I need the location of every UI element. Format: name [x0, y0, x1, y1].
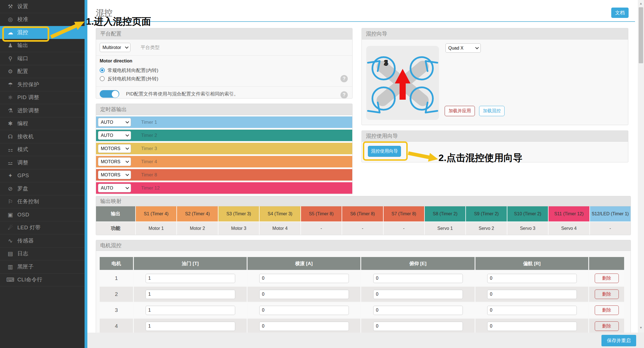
sidebar-item-blackbox[interactable]: ▥黑匣子: [0, 260, 85, 274]
motor-table-header: 电机: [100, 257, 133, 270]
timer-6-mode-select[interactable]: AUTO: [98, 184, 131, 192]
scroll-up-icon[interactable]: ▲: [638, 1, 644, 6]
sidebar-item-label: 配置: [17, 68, 28, 75]
load-mixer-button[interactable]: 加载混控: [479, 106, 505, 116]
sidebar-item-label: 校准: [17, 16, 28, 23]
timer-2-mode-select[interactable]: AUTO: [98, 131, 131, 140]
sidebar-item-receiver[interactable]: ☊接收机: [0, 130, 85, 143]
sidebar-item-mixer[interactable]: ☁混控: [0, 26, 85, 39]
motor-4-roll-input[interactable]: [259, 322, 349, 331]
delete-motor-1-button[interactable]: 删除: [595, 274, 619, 283]
motor-2-pitch-input[interactable]: [373, 290, 463, 299]
timer-row-timer-1: AUTOTimer 1: [96, 116, 352, 128]
sidebar-item-failsafe[interactable]: ☂失控保护: [0, 78, 85, 91]
sidebar-item-adjustments[interactable]: ⚍调整: [0, 156, 85, 169]
timer-1-mode-select[interactable]: AUTO: [98, 118, 131, 127]
timer-label: Timer 1: [141, 120, 157, 125]
mixer-wizard-panel: 混控向导 234: [361, 28, 628, 125]
motor-1-pitch-cell: [361, 271, 475, 286]
sidebar-item-label: 模式: [17, 146, 28, 153]
motor-table-header: 俯仰 [E]: [361, 257, 475, 270]
advanced-tuning-icon: ⚗: [6, 107, 15, 114]
calibration-icon: ◎: [6, 16, 15, 23]
timer-3-mode-select[interactable]: MOTORS: [98, 144, 131, 153]
motor-1-roll-input[interactable]: [259, 274, 349, 283]
motor-index-value: 2: [115, 291, 118, 297]
mixer-usage-wizard-button[interactable]: 混控使用向导: [368, 146, 401, 157]
sidebar-item-osd[interactable]: ▣OSD: [0, 208, 85, 221]
sidebar-item-settings[interactable]: ⚒设置: [0, 0, 85, 13]
delete-motor-3-button[interactable]: 删除: [595, 305, 619, 315]
sidebar-item-cli[interactable]: ⌨CLI命令行: [0, 274, 85, 287]
delete-motor-4-button[interactable]: 删除: [595, 321, 619, 331]
sidebar-item-pid-tuning[interactable]: ⚛PID 调整: [0, 91, 85, 104]
timer-4-mode-select[interactable]: MOTORS: [98, 157, 131, 166]
motor-index-value: 4: [115, 323, 118, 329]
programming-icon: ✱: [6, 120, 15, 127]
motor-2-yaw-cell: [475, 287, 588, 302]
motor-1-throttle-input[interactable]: [146, 274, 235, 283]
mixer-preset-select[interactable]: Quad X: [445, 43, 481, 53]
function-cell: -: [384, 222, 424, 235]
load-and-apply-button[interactable]: 加载并应用: [445, 106, 475, 116]
sidebar-item-programming[interactable]: ✱编程: [0, 117, 85, 130]
sidebar-item-outputs[interactable]: ♟输出: [0, 39, 85, 52]
motor-4-throttle-cell: [134, 319, 247, 334]
help-icon[interactable]: ?: [340, 75, 348, 82]
motor-2-throttle-input[interactable]: [146, 290, 235, 299]
platform-type-select[interactable]: Multirotor: [100, 43, 130, 52]
scrollbar-thumb[interactable]: [639, 7, 643, 63]
pid-profile-toggle-label: PID配置文件将使用与混合配置文件索引相同的索引。: [126, 91, 239, 97]
function-cell: Motor 1: [136, 222, 176, 235]
motor-1-actions: 删除: [589, 271, 624, 286]
scroll-down-icon[interactable]: ▼: [638, 325, 644, 330]
motor-index-value: 3: [115, 307, 118, 313]
motor-3-roll-input[interactable]: [259, 306, 349, 315]
sidebar-item-advanced-tuning[interactable]: ⚗进阶调整: [0, 104, 85, 117]
sidebar-item-ports[interactable]: ⚲端口: [0, 52, 85, 65]
vertical-scrollbar[interactable]: ▲ ▼: [638, 0, 644, 333]
sidebar-item-sensors[interactable]: ∿传感器: [0, 234, 85, 247]
sidebar-item-configuration[interactable]: ⚙配置: [0, 65, 85, 78]
help-icon[interactable]: ?: [340, 91, 348, 99]
function-cell: Motor 3: [218, 222, 259, 235]
sidebar-item-gps[interactable]: ✦GPS: [0, 169, 85, 183]
motor-4-pitch-input[interactable]: [373, 322, 463, 331]
sidebar-accent-strip: [85, 0, 87, 348]
sidebar-item-logging[interactable]: ▤日志: [0, 247, 85, 261]
motor-direction-normal-radio[interactable]: 常规电机转向配置(内转): [100, 66, 349, 74]
pid-profile-toggle[interactable]: [100, 90, 119, 98]
annotation-step1: 1.进入混控页面: [86, 15, 151, 28]
motor-4-throttle-input[interactable]: [146, 322, 235, 331]
motor-row-index: 4: [100, 319, 133, 334]
function-cell: Servo 2: [466, 222, 507, 235]
motor-direction-reversed-radio[interactable]: 反转电机转向配置(外转): [100, 74, 349, 83]
motor-3-pitch-input[interactable]: [373, 306, 463, 315]
sidebar-item-mission-control[interactable]: ⚐任务控制: [0, 195, 85, 209]
sidebar-item-modes[interactable]: ⚏模式: [0, 143, 85, 157]
output-cell: S10 (Timer 2): [507, 206, 548, 221]
failsafe-icon: ☂: [6, 81, 15, 88]
chevron-down-icon: [125, 186, 129, 189]
platform-type-label: 平台类型: [141, 44, 160, 51]
output-cell: S8 (Timer 2): [425, 206, 465, 221]
documentation-button[interactable]: 文档: [611, 8, 629, 18]
timer-5-mode-select[interactable]: MOTORS: [98, 171, 131, 179]
timer-mode-value: MOTORS: [101, 172, 120, 177]
mixer-usage-wizard-header: 混控使用向导: [362, 131, 628, 142]
motor-3-yaw-input[interactable]: [487, 306, 577, 315]
sidebar-item-led-strip[interactable]: ☄LED 灯带: [0, 221, 85, 235]
motor-2-yaw-input[interactable]: [487, 290, 577, 299]
sidebar-item-magnetometer[interactable]: ⊘罗盘: [0, 182, 85, 195]
motor-4-yaw-input[interactable]: [487, 322, 577, 331]
sidebar-item-calibration[interactable]: ◎校准: [0, 13, 85, 26]
output-cell: S3 (Timer 3): [218, 206, 259, 221]
motor-1-pitch-input[interactable]: [373, 274, 463, 283]
motor-row-index: 2: [100, 287, 133, 302]
delete-motor-2-button[interactable]: 删除: [595, 289, 619, 299]
save-and-reboot-button[interactable]: 保存并重启: [601, 335, 636, 346]
cli-icon: ⌨: [6, 276, 15, 283]
motor-3-throttle-input[interactable]: [146, 306, 235, 315]
motor-2-roll-input[interactable]: [259, 290, 349, 299]
motor-1-yaw-input[interactable]: [487, 274, 577, 283]
